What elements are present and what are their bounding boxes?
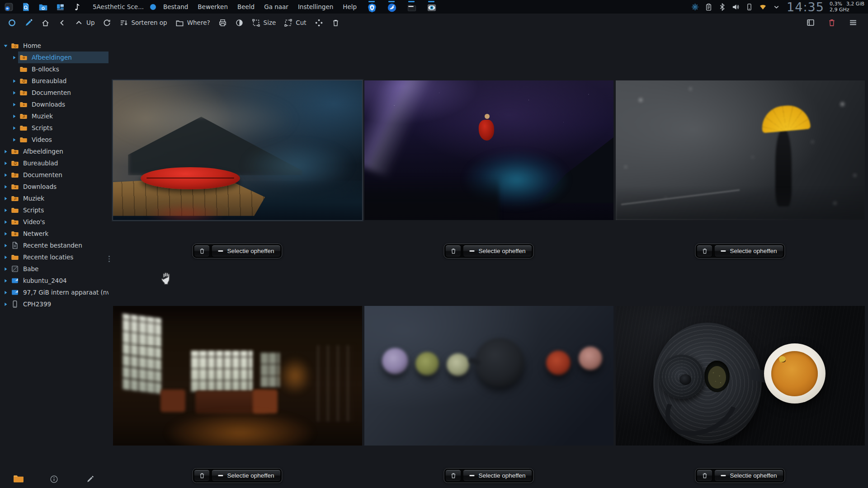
deselect-button[interactable]: Selectie opheffen: [211, 469, 281, 482]
sidebar-item-downloads[interactable]: Downloads: [0, 181, 111, 192]
delete-button[interactable]: [445, 469, 461, 482]
menu-beeld[interactable]: Beeld: [237, 3, 255, 10]
expand-arrow-icon[interactable]: [3, 172, 9, 178]
delete-button[interactable]: [696, 245, 712, 257]
toolbar-home-button[interactable]: [39, 17, 52, 29]
sidebar-item-kubuntu-2404[interactable]: kubuntu_2404: [0, 275, 111, 286]
deselect-button[interactable]: Selectie opheffen: [462, 245, 532, 257]
sidebar-item-video-s[interactable]: Video's: [0, 216, 111, 228]
sidebar-item-b-ollocks[interactable]: B-ollocks: [0, 63, 111, 75]
sidebar-item-bureaublad[interactable]: Bureaublad: [0, 157, 111, 169]
toolbar-select-cut-button[interactable]: Cut: [282, 17, 308, 29]
settings-icon[interactable]: [691, 3, 699, 11]
deselect-button[interactable]: Selectie opheffen: [462, 469, 532, 482]
sidebar-item-home[interactable]: Home: [0, 40, 111, 52]
sidebar-item-muziek[interactable]: Muziek: [0, 192, 111, 204]
delete-button[interactable]: [696, 469, 712, 482]
home-folder-icon[interactable]: [38, 2, 48, 12]
expand-arrow-icon[interactable]: [3, 277, 9, 284]
sidebar-item-97-7-gib-intern-apparaat-nvme[interactable]: 97,7 GiB intern apparaat (nvme: [0, 286, 111, 298]
wifi-icon[interactable]: [759, 3, 767, 11]
expand-arrow-icon[interactable]: [11, 136, 18, 143]
image-tile-canoe[interactable]: [113, 80, 362, 220]
expand-arrow-icon[interactable]: [3, 183, 9, 190]
toolbar-select-size-button[interactable]: Size: [250, 17, 278, 29]
toolbar-trash-red-button[interactable]: [825, 16, 839, 29]
sidebar-item-bureaublad[interactable]: Bureaublad: [0, 75, 111, 87]
toolbar-refresh-button[interactable]: [100, 17, 113, 29]
toolbar-folder-button[interactable]: Where?: [173, 17, 212, 29]
toolbar-up-button[interactable]: Up: [72, 17, 97, 29]
statusbar-info-icon[interactable]: [50, 475, 58, 483]
expand-arrow-icon[interactable]: [3, 242, 9, 249]
menu-bestand[interactable]: Bestand: [163, 3, 188, 10]
menu-help[interactable]: Help: [343, 3, 357, 10]
image-tile-loft[interactable]: [113, 306, 362, 446]
task-folder-dark-icon[interactable]: [406, 1, 417, 13]
sidebar-item-videos[interactable]: Videos: [0, 134, 111, 145]
sidebar-item-muziek[interactable]: Muziek: [0, 110, 111, 122]
task-bird-icon[interactable]: [387, 1, 397, 13]
sidebar-item-cph2399[interactable]: CPH2399: [0, 298, 111, 310]
clock[interactable]: 14:35: [787, 0, 824, 14]
chevron-down-icon[interactable]: [773, 3, 780, 11]
toolbar-hamburger-button[interactable]: [846, 16, 860, 29]
task-eye-icon[interactable]: [426, 1, 437, 13]
delete-button[interactable]: [445, 245, 461, 257]
delete-button[interactable]: [193, 245, 210, 257]
expand-arrow-icon[interactable]: [3, 219, 9, 225]
toolbar-sort-button[interactable]: Sorteren op: [117, 17, 169, 29]
sidebar-resize-handle[interactable]: [108, 256, 110, 262]
phone-icon[interactable]: [745, 3, 753, 11]
bluetooth-icon[interactable]: [718, 3, 726, 11]
expand-arrow-icon[interactable]: [3, 195, 9, 202]
expand-arrow-icon[interactable]: [11, 125, 18, 131]
toolbar-panel-toggle-button[interactable]: [804, 16, 817, 29]
deselect-button[interactable]: Selectie opheffen: [714, 469, 783, 482]
deselect-button[interactable]: Selectie opheffen: [211, 245, 281, 257]
expand-arrow-icon[interactable]: [3, 207, 9, 214]
system-stats[interactable]: 0,3% 3,2 GiB 2,9 GHz: [830, 1, 864, 13]
statusbar-folder-icon[interactable]: [13, 473, 24, 484]
sidebar-item-documenten[interactable]: Documenten: [0, 87, 111, 99]
expand-arrow-icon[interactable]: [3, 266, 9, 272]
app-launcher-icon[interactable]: [4, 2, 14, 12]
toolbar-contrast-button[interactable]: [233, 17, 246, 29]
clipboard-icon[interactable]: [705, 3, 712, 11]
expand-arrow-icon[interactable]: [3, 289, 9, 296]
sidebar-item-afbeeldingen[interactable]: Afbeeldingen: [0, 52, 111, 63]
toolbar-trash-button[interactable]: [329, 17, 342, 29]
toolbar-share-button[interactable]: [312, 17, 326, 29]
expand-arrow-icon[interactable]: [11, 78, 18, 84]
expand-arrow-icon[interactable]: [11, 101, 18, 108]
image-tile-monk[interactable]: [364, 80, 613, 220]
expand-arrow-icon[interactable]: [3, 160, 9, 167]
image-tile-teabowls[interactable]: [364, 306, 613, 446]
file-search-icon[interactable]: [21, 2, 31, 12]
image-tile-umbrella[interactable]: [616, 80, 865, 220]
delete-button[interactable]: [193, 469, 210, 482]
expand-arrow-icon[interactable]: [11, 89, 18, 96]
sidebar-item-babe[interactable]: Babe: [0, 263, 111, 275]
statusbar-pencil-icon[interactable]: [86, 475, 94, 483]
toolbar-back-button[interactable]: [56, 17, 69, 29]
expand-arrow-icon[interactable]: [3, 148, 9, 155]
window-panels-icon[interactable]: [55, 2, 66, 12]
menu-bewerken[interactable]: Bewerken: [198, 3, 228, 10]
sidebar-item-downloads[interactable]: Downloads: [0, 99, 111, 110]
sidebar-item-documenten[interactable]: Documenten: [0, 169, 111, 181]
expand-arrow-icon[interactable]: [3, 301, 9, 308]
deselect-button[interactable]: Selectie opheffen: [714, 245, 783, 257]
toolbar-pencil-button[interactable]: [22, 17, 35, 29]
music-note-icon[interactable]: [72, 2, 83, 12]
sidebar-item-afbeeldingen[interactable]: Afbeeldingen: [0, 145, 111, 157]
expand-arrow-icon[interactable]: [3, 230, 9, 237]
expand-arrow-icon[interactable]: [3, 254, 9, 261]
sidebar-item-recente-locaties[interactable]: Recente locaties: [0, 251, 111, 263]
sidebar-item-netwerk[interactable]: Netwerk: [0, 228, 111, 239]
toolbar-printer-button[interactable]: [216, 17, 229, 29]
image-tile-teapot[interactable]: [616, 306, 865, 446]
expand-arrow-icon[interactable]: [3, 42, 9, 49]
menu-instellingen[interactable]: Instellingen: [298, 3, 333, 10]
task-brave-icon[interactable]: [367, 1, 377, 13]
